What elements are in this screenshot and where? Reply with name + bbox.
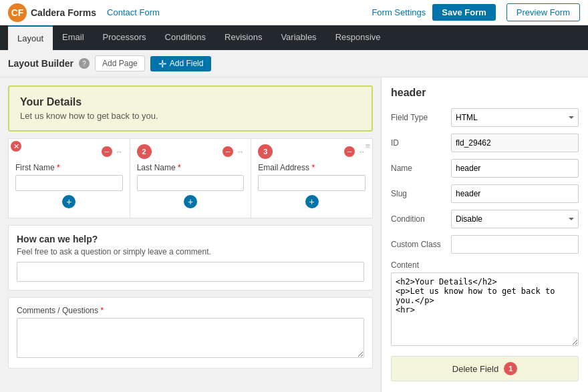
plus-icon: ✛ xyxy=(158,59,167,69)
logo: CF Caldera Forms xyxy=(8,3,96,22)
badge-2: 2 xyxy=(137,144,152,159)
first-name-label: First Name * xyxy=(15,163,123,172)
top-bar: CF Caldera Forms Contact Form Form Setti… xyxy=(0,0,588,25)
last-name-input[interactable] xyxy=(137,175,245,191)
x-icon[interactable]: ✕ xyxy=(11,141,21,152)
col-add-button-2[interactable]: + xyxy=(184,195,197,208)
delete-field-button[interactable]: Delete Field 1 xyxy=(391,356,579,381)
tab-variables[interactable]: Variables xyxy=(271,25,325,50)
col-minus-button-2[interactable]: − xyxy=(223,146,233,157)
how-desc: Feel free to ask a question or simply le… xyxy=(17,247,364,256)
first-name-input[interactable] xyxy=(15,175,123,191)
col-toolbar-1: − ↔ xyxy=(15,144,123,159)
col-toolbar-3: 3 − ↔ xyxy=(258,144,365,159)
col-arrow-1[interactable]: ↔ xyxy=(116,148,123,156)
layout-builder-title: Layout Builder xyxy=(8,58,74,69)
email-input[interactable] xyxy=(258,175,365,191)
content-textarea[interactable]: <h2>Your Details</h2> <p>Let us know how… xyxy=(391,272,579,346)
custom-class-row: Custom Class xyxy=(391,235,579,254)
delete-badge: 1 xyxy=(504,362,517,375)
tab-responsive[interactable]: Responsive xyxy=(326,25,390,50)
condition-row: Condition Disable xyxy=(391,210,579,228)
form-name: Contact Form xyxy=(107,7,160,17)
nav-tabs: Layout Email Processors Conditions Revis… xyxy=(0,25,588,50)
fields-row: ✕ ≡ − ↔ First Name * + xyxy=(8,138,373,218)
header-block-subtitle: Let us know how to get back to you. xyxy=(20,111,361,121)
brand-name: Caldera Forms xyxy=(31,7,96,18)
tab-conditions[interactable]: Conditions xyxy=(156,25,215,50)
delete-label: Delete Field xyxy=(452,364,498,374)
badge-3: 3 xyxy=(258,144,273,159)
last-name-label: Last Name * xyxy=(137,163,245,172)
main-area: Your Details Let us know how to get back… xyxy=(0,77,588,392)
field-col-firstname: − ↔ First Name * + xyxy=(9,139,130,218)
name-input[interactable] xyxy=(451,159,579,178)
col-add-button-3[interactable]: + xyxy=(305,195,319,208)
tab-layout[interactable]: Layout xyxy=(8,25,53,50)
tab-revisions[interactable]: Revisions xyxy=(215,25,271,50)
row-drag-handle[interactable]: ≡ xyxy=(365,141,370,151)
field-col-email: 3 − ↔ Email Address * + xyxy=(251,139,372,218)
name-row: Name xyxy=(391,159,579,178)
how-title: How can we help? xyxy=(17,234,364,244)
content-label: Content xyxy=(391,260,579,270)
content-section: Content <h2>Your Details</h2> <p>Let us … xyxy=(391,260,579,348)
col-arrow-3[interactable]: ↔ xyxy=(358,148,365,156)
comments-textarea[interactable] xyxy=(17,318,364,358)
id-label: ID xyxy=(391,138,451,148)
tab-email[interactable]: Email xyxy=(53,25,94,50)
caldera-logo-icon: CF xyxy=(8,3,27,22)
field-type-label: Field Type xyxy=(391,113,451,122)
tab-processors[interactable]: Processors xyxy=(94,25,156,50)
condition-label: Condition xyxy=(391,214,451,224)
field-col-lastname: 2 − ↔ Last Name * + xyxy=(130,139,252,218)
comments-label: Comments / Questions * xyxy=(17,306,364,315)
col-add-button-1[interactable]: + xyxy=(62,195,76,208)
left-panel: Your Details Let us know how to get back… xyxy=(0,77,381,392)
add-page-button[interactable]: Add Page xyxy=(95,55,145,71)
custom-class-input[interactable] xyxy=(451,235,579,254)
help-icon[interactable]: ? xyxy=(79,58,90,69)
slug-label: Slug xyxy=(391,189,451,198)
col-minus-button-3[interactable]: − xyxy=(344,146,355,157)
id-input[interactable] xyxy=(451,134,579,152)
how-section: How can we help? Feel free to ask a ques… xyxy=(8,225,373,290)
row-remove-button[interactable]: ✕ xyxy=(11,141,21,152)
custom-class-label: Custom Class xyxy=(391,240,451,249)
save-form-button[interactable]: Save Form xyxy=(432,4,495,21)
header-block[interactable]: Your Details Let us know how to get back… xyxy=(8,85,373,132)
col-minus-button-1[interactable]: − xyxy=(102,146,112,157)
slug-input[interactable] xyxy=(451,184,579,203)
field-type-select[interactable]: HTML xyxy=(451,108,579,127)
header-block-title: Your Details xyxy=(20,96,361,108)
col-toolbar-2: 2 − ↔ xyxy=(137,144,245,159)
slug-row: Slug xyxy=(391,184,579,203)
layout-builder-header: Layout Builder ? Add Page ✛ Add Field xyxy=(0,50,588,77)
field-type-row: Field Type HTML xyxy=(391,108,579,127)
form-settings-button[interactable]: Form Settings xyxy=(372,7,426,17)
comments-section: Comments / Questions * xyxy=(8,297,373,369)
id-row: ID xyxy=(391,134,579,152)
right-panel: header Field Type HTML ID Name Slug Cond… xyxy=(381,77,588,392)
preview-form-button[interactable]: Preview Form xyxy=(506,3,580,21)
email-label: Email Address * xyxy=(258,163,365,172)
how-input[interactable] xyxy=(17,262,364,282)
add-field-button[interactable]: ✛ Add Field xyxy=(150,56,212,71)
name-label: Name xyxy=(391,164,451,173)
panel-title: header xyxy=(391,87,579,99)
condition-select[interactable]: Disable xyxy=(451,210,579,228)
col-arrow-2[interactable]: ↔ xyxy=(237,148,244,156)
